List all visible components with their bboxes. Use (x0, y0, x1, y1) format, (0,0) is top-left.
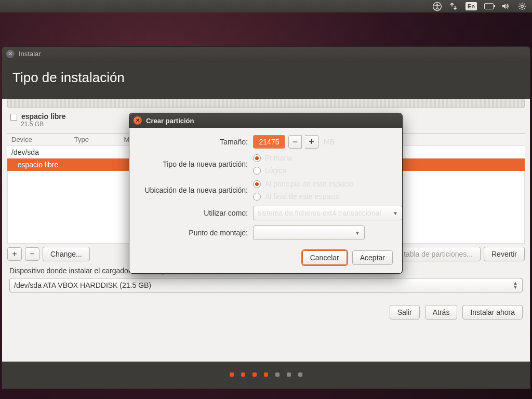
svg-line-8 (524, 8, 525, 9)
back-button[interactable]: Atrás (425, 305, 458, 320)
chevron-down-icon: ▼ (393, 210, 398, 216)
pager-dot (230, 373, 234, 377)
install-now-button[interactable]: Instalar ahora (462, 305, 523, 320)
partition-strip[interactable] (7, 99, 525, 108)
col-device[interactable]: Device (7, 134, 70, 146)
chevron-updown-icon: ▲▼ (513, 281, 518, 289)
label-mount: Punto de montaje: (139, 229, 253, 237)
create-partition-dialog: ✕ Crear partición Tamaño: 21475 − + MB T… (129, 113, 402, 273)
bootloader-select[interactable]: /dev/sda ATA VBOX HARDDISK (21.5 GB) ▲▼ (9, 278, 523, 292)
revert-button[interactable]: Revertir (484, 247, 525, 261)
col-type[interactable]: Type (70, 134, 120, 146)
pager-dot (241, 373, 245, 377)
svg-line-7 (520, 4, 521, 5)
page-title: Tipo de instalación (2, 61, 530, 99)
battery-icon[interactable] (484, 2, 494, 11)
svg-line-9 (520, 8, 521, 9)
radio-location-begin[interactable]: Al principio de este espacio (253, 180, 402, 188)
label-type: Tipo de la nueva partición: (139, 160, 253, 168)
label-location: Ubicación de la nueva partición: (139, 186, 253, 194)
dialog-title: Crear partición (146, 117, 194, 125)
gear-icon[interactable] (517, 2, 527, 11)
size-input[interactable]: 21475 (253, 135, 285, 149)
radio-icon (253, 180, 261, 188)
window-title: Instalar (19, 50, 41, 58)
freespace-checkbox[interactable] (10, 114, 17, 121)
radio-logical[interactable]: Lógica (253, 166, 402, 175)
radio-icon (253, 154, 261, 162)
add-partition-button[interactable]: + (7, 247, 22, 261)
wizard-nav: Salir Atrás Instalar ahora (9, 305, 523, 320)
remove-partition-button[interactable]: − (25, 247, 39, 261)
size-increment-button[interactable]: + (305, 135, 318, 149)
dialog-actions: Cancelar Aceptar (139, 250, 393, 265)
bootloader-value: /dev/sda ATA VBOX HARDDISK (21.5 GB) (14, 281, 151, 289)
pager-dot (252, 373, 257, 377)
svg-point-1 (436, 3, 438, 5)
pager-dot (264, 373, 268, 377)
new-partition-table-button[interactable]: tabla de particiones... (396, 247, 481, 261)
pager-dot (275, 373, 280, 377)
keyboard-layout-indicator[interactable]: En (466, 2, 477, 10)
size-unit: MB (324, 138, 335, 146)
label-size: Tamaño: (139, 138, 253, 146)
svg-line-10 (524, 4, 525, 5)
radio-primary[interactable]: Primaria (253, 154, 402, 162)
radio-icon (253, 193, 261, 201)
pager-dot (287, 373, 291, 377)
quit-button[interactable]: Salir (390, 305, 420, 320)
accessibility-icon[interactable] (432, 2, 442, 11)
volume-icon[interactable] (501, 2, 510, 11)
window-titlebar: ✕ Instalar (2, 47, 530, 61)
chevron-down-icon: ▼ (355, 230, 360, 236)
radio-icon (253, 167, 261, 175)
size-spinner: 21475 − + MB (253, 135, 402, 149)
ok-button[interactable]: Aceptar (352, 250, 393, 265)
freespace-name: espacio libre (21, 112, 66, 121)
system-menubar: En (0, 0, 532, 12)
network-icon[interactable] (449, 2, 458, 11)
cancel-button[interactable]: Cancelar (302, 250, 347, 265)
mount-point-select[interactable]: ▼ (253, 225, 365, 240)
dialog-titlebar: ✕ Crear partición (129, 113, 402, 128)
close-icon[interactable]: ✕ (6, 50, 15, 58)
svg-point-2 (521, 5, 524, 8)
size-decrement-button[interactable]: − (288, 135, 302, 149)
pager-dot (298, 373, 302, 377)
use-as-select[interactable]: sistema de ficheros ext4 transaccional ▼ (253, 206, 402, 220)
radio-location-end[interactable]: Al final de este espacio (253, 192, 402, 201)
pager-dots (2, 361, 530, 389)
close-icon[interactable]: ✕ (134, 116, 142, 125)
label-use-as: Utilizar como: (139, 209, 253, 217)
use-as-value: sistema de ficheros ext4 transaccional (258, 209, 381, 217)
change-partition-button[interactable]: Change... (43, 247, 90, 261)
